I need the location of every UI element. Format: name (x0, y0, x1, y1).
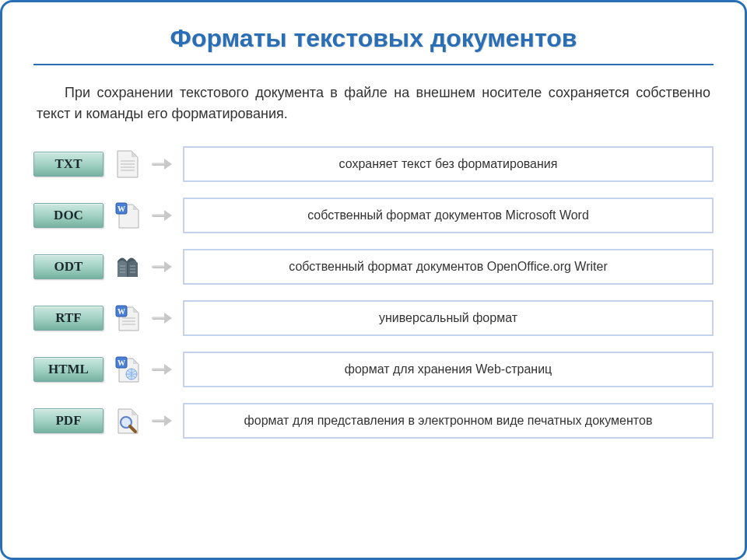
format-badge: TXT (33, 152, 103, 177)
svg-text:W: W (117, 307, 125, 316)
word-html-icon: W (113, 355, 142, 384)
format-badge: PDF (33, 408, 103, 433)
arrow-icon (152, 159, 174, 170)
format-row: HTML W формат для хранения Web-страниц (33, 352, 714, 387)
format-badge: ODT (33, 254, 103, 279)
format-description: собственный формат документов OpenOffice… (183, 249, 714, 285)
arrow-icon (152, 364, 174, 375)
word-rtf-icon: W (113, 303, 142, 333)
intro-text: При сохранении текстового документа в фа… (33, 65, 714, 146)
svg-text:W: W (117, 205, 125, 213)
format-description: формат для хранения Web-страниц (183, 352, 714, 387)
plain-doc-icon (113, 149, 142, 179)
format-description: сохраняет текст без форматирования (183, 146, 714, 182)
svg-text:W: W (117, 359, 125, 367)
page-title: Форматы текстовых документов (33, 18, 714, 65)
format-badge: RTF (33, 306, 103, 331)
arrow-icon (152, 210, 174, 221)
format-list: TXT сохраняет текст без форматирования D… (33, 146, 714, 439)
format-description: собственный формат документов Microsoft … (183, 198, 714, 233)
format-row: DOC W собственный формат документов Micr… (33, 198, 714, 233)
format-description: формат для представления в электронном в… (183, 403, 714, 439)
format-badge: HTML (33, 357, 103, 382)
arrow-icon (152, 313, 174, 324)
openoffice-icon (113, 252, 142, 282)
format-row: ODT собственный формат документов OpenOf… (33, 249, 714, 285)
arrow-icon (152, 415, 174, 426)
format-description: универсальный формат (183, 300, 714, 336)
format-row: PDF формат для представления в электронн… (33, 403, 714, 439)
arrow-icon (152, 261, 174, 272)
format-row: TXT сохраняет текст без форматирования (33, 146, 714, 182)
magnifier-icon (113, 406, 142, 436)
format-badge: DOC (33, 203, 103, 228)
word-doc-icon: W (113, 201, 142, 230)
format-row: RTF W универсальный формат (33, 300, 714, 336)
